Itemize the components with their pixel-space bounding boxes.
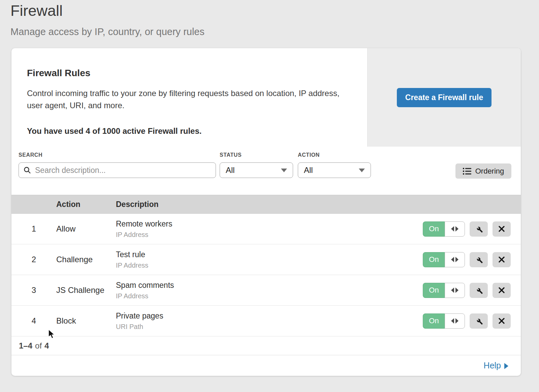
row-number: 3 [11, 285, 56, 295]
row-action: Allow [56, 224, 116, 234]
rule-row: 1 Allow Remote workers IP Address On [11, 214, 521, 244]
pagination: 1–4 of 4 [11, 336, 521, 355]
x-icon [498, 255, 506, 264]
drag-arrows-icon [451, 226, 454, 232]
rule-enabled-toggle[interactable]: On [423, 283, 465, 298]
row-description: Spam comments [116, 281, 423, 290]
rule-enabled-toggle[interactable]: On [423, 313, 465, 329]
delete-rule-button[interactable] [493, 313, 511, 329]
toggle-state-label: On [429, 255, 439, 264]
pagination-of-label: of [35, 341, 42, 351]
status-label: STATUS [220, 152, 293, 158]
ordered-list-icon [463, 168, 471, 175]
row-controls: On [423, 313, 511, 329]
delete-rule-button[interactable] [493, 252, 511, 267]
rules-summary-section: Firewall Rules Control incoming traffic … [11, 48, 521, 147]
toggle-state-label: On [429, 286, 439, 295]
toggle-on-segment[interactable]: On [423, 252, 445, 267]
drag-arrows-icon [455, 318, 458, 324]
pagination-range: 1–4 [19, 341, 32, 351]
edit-rule-button[interactable] [470, 221, 488, 237]
rules-card-title: Firewall Rules [27, 68, 352, 79]
rule-row: 2 Challenge Test rule IP Address On [11, 244, 521, 275]
create-rule-panel: Create a Firewall rule [367, 48, 521, 147]
wrench-icon [474, 255, 483, 264]
firewall-rules-card: Firewall Rules Control incoming traffic … [11, 48, 521, 376]
row-action: Challenge [56, 255, 116, 264]
row-description-cell: Remote workers IP Address [116, 219, 423, 239]
row-match-type: IP Address [116, 262, 423, 269]
wrench-icon [474, 316, 483, 325]
search-filter-group: SEARCH [19, 152, 216, 178]
chevron-down-icon [281, 169, 287, 172]
ordering-button-label: Ordering [475, 167, 504, 176]
toggle-drag-handle[interactable] [445, 221, 465, 237]
row-match-type: URI Path [116, 323, 423, 331]
ordering-button[interactable]: Ordering [455, 163, 511, 179]
row-match-type: IP Address [116, 292, 423, 300]
row-number: 2 [11, 255, 56, 264]
x-icon [498, 225, 506, 233]
toggle-drag-handle[interactable] [445, 283, 465, 298]
create-firewall-rule-button[interactable]: Create a Firewall rule [397, 88, 492, 107]
header-action-column: Action [56, 200, 116, 209]
row-match-type: IP Address [116, 231, 423, 239]
toggle-drag-handle[interactable] [445, 313, 465, 329]
drag-arrows-icon [451, 288, 454, 293]
wrench-icon [474, 224, 483, 233]
page-title: Firewall [10, 2, 63, 20]
toggle-state-label: On [429, 316, 439, 325]
drag-arrows-icon [455, 288, 458, 293]
filter-bar: SEARCH STATUS All ACTION All [11, 147, 521, 195]
delete-rule-button[interactable] [493, 221, 511, 237]
x-icon [498, 286, 506, 294]
action-label: ACTION [298, 152, 371, 158]
search-icon [23, 166, 31, 174]
search-label: SEARCH [19, 152, 216, 158]
rule-row: 4 Block Private pages URI Path On [11, 306, 521, 336]
rule-enabled-toggle[interactable]: On [423, 252, 465, 267]
page-subtitle: Manage access by IP, country, or query r… [10, 26, 204, 37]
rules-usage-note: You have used 4 of 1000 active Firewall … [27, 126, 352, 136]
status-filter-group: STATUS All [220, 152, 293, 178]
rule-row: 3 JS Challenge Spam comments IP Address … [11, 275, 521, 306]
header-description-column: Description [116, 200, 521, 209]
status-select[interactable]: All [220, 162, 293, 178]
row-action: Block [56, 316, 116, 326]
rule-enabled-toggle[interactable]: On [423, 221, 465, 237]
toggle-on-segment[interactable]: On [423, 313, 445, 329]
edit-rule-button[interactable] [470, 252, 488, 267]
help-link[interactable]: Help [484, 361, 508, 370]
action-filter-group: ACTION All [298, 152, 371, 178]
row-description-cell: Test rule IP Address [116, 250, 423, 269]
row-description: Remote workers [116, 219, 423, 229]
rules-table-body: 1 Allow Remote workers IP Address On [11, 214, 521, 336]
row-controls: On [423, 252, 511, 267]
arrow-right-icon [504, 363, 508, 369]
toggle-drag-handle[interactable] [445, 252, 465, 267]
row-controls: On [423, 283, 511, 298]
row-number: 4 [11, 316, 56, 326]
row-description-cell: Private pages URI Path [116, 311, 423, 331]
pagination-total: 4 [44, 341, 49, 351]
search-box [19, 162, 216, 178]
status-selected-value: All [226, 165, 235, 175]
rules-table-header: Action Description [11, 195, 521, 214]
edit-rule-button[interactable] [470, 283, 488, 298]
card-footer: Help [11, 355, 521, 376]
search-input[interactable] [34, 165, 211, 175]
rules-card-description: Control incoming traffic to your zone by… [27, 87, 349, 112]
row-number: 1 [11, 224, 56, 234]
chevron-down-icon [359, 169, 365, 172]
row-description: Private pages [116, 311, 423, 321]
row-action: JS Challenge [56, 285, 116, 295]
toggle-on-segment[interactable]: On [423, 283, 445, 298]
row-description: Test rule [116, 250, 423, 259]
toggle-state-label: On [429, 224, 439, 233]
toggle-on-segment[interactable]: On [423, 221, 445, 237]
delete-rule-button[interactable] [493, 283, 511, 298]
edit-rule-button[interactable] [470, 313, 488, 329]
action-select[interactable]: All [298, 162, 371, 178]
row-description-cell: Spam comments IP Address [116, 281, 423, 300]
drag-arrows-icon [455, 226, 458, 232]
